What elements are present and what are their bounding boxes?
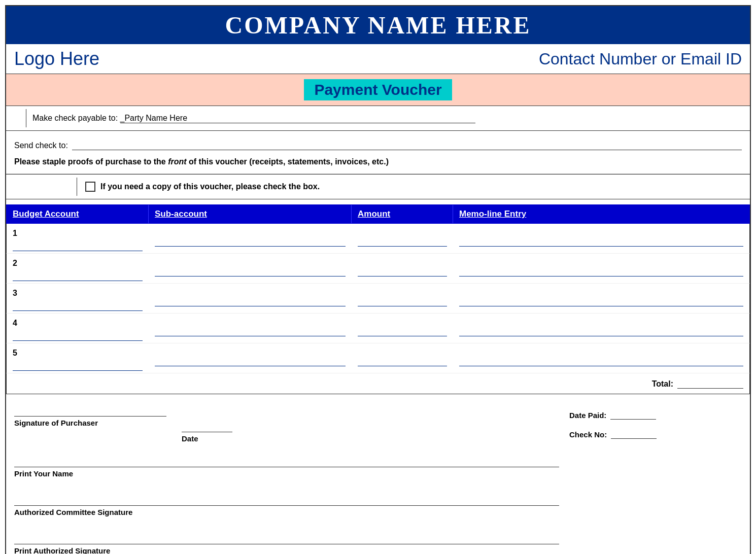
row5-memo-line[interactable] bbox=[459, 355, 743, 366]
row3-budget: 3 bbox=[7, 284, 149, 313]
send-check-section: Send check to: Please staple proofs of p… bbox=[6, 131, 750, 174]
row4-amount bbox=[352, 318, 453, 338]
checkbox-content: If you need a copy of this voucher, plea… bbox=[77, 180, 328, 194]
row4-num: 4 bbox=[13, 319, 17, 327]
row4-sub bbox=[149, 318, 352, 338]
date-field: Date bbox=[182, 420, 232, 443]
date-paid-label: Date Paid: bbox=[569, 411, 606, 420]
row3-amount-line[interactable] bbox=[358, 295, 447, 306]
th-budget-account: Budget Account bbox=[7, 205, 149, 223]
table-row: 5 bbox=[6, 343, 750, 373]
check-payable-content: Make check payable to: _Party Name Here bbox=[26, 112, 750, 125]
row2-budget-line[interactable] bbox=[13, 270, 143, 281]
voucher-title: Payment Voucher bbox=[314, 81, 441, 98]
voucher-title-row: Payment Voucher bbox=[6, 74, 750, 106]
row4-budget-line[interactable] bbox=[13, 330, 143, 341]
checkbox-text: If you need a copy of this voucher, plea… bbox=[100, 182, 320, 191]
left-border-2 bbox=[6, 178, 77, 196]
logo-text: Logo Here bbox=[14, 48, 99, 70]
row5-amount-line[interactable] bbox=[358, 355, 447, 366]
signatures-section: Signature of Purchaser Date Print Your N… bbox=[6, 394, 750, 554]
row2-num: 2 bbox=[13, 259, 17, 267]
sig-purchaser-block: Signature of Purchaser bbox=[14, 404, 166, 428]
print-auth-line[interactable] bbox=[14, 532, 559, 544]
row2-sub bbox=[149, 258, 352, 279]
row5-budget: 5 bbox=[7, 343, 149, 373]
row3-memo-line[interactable] bbox=[459, 295, 743, 306]
row5-sub-line[interactable] bbox=[155, 355, 346, 366]
row3-budget-line[interactable] bbox=[13, 300, 143, 311]
date-paid-row: Date Paid: bbox=[569, 409, 742, 420]
row2-memo-line[interactable] bbox=[459, 265, 743, 276]
check-no-row: Check No: bbox=[569, 429, 742, 439]
staple-note: Please staple proofs of purchase to the … bbox=[14, 155, 742, 168]
print-name-line[interactable] bbox=[14, 455, 559, 467]
row3-sub bbox=[149, 288, 352, 308]
check-payable-label: Make check payable to: bbox=[32, 114, 118, 122]
date-label: Date bbox=[182, 434, 198, 443]
row4-memo-line[interactable] bbox=[459, 325, 743, 336]
row4-memo bbox=[453, 318, 749, 338]
voucher-title-inner: Payment Voucher bbox=[304, 79, 452, 100]
row1-budget-line[interactable] bbox=[13, 240, 143, 251]
row1-sub-line[interactable] bbox=[155, 235, 346, 247]
contact-text: Contact Number or Email ID bbox=[539, 50, 742, 68]
total-row: Total: bbox=[6, 373, 750, 394]
total-amount-line[interactable] bbox=[677, 378, 743, 389]
row1-memo-line[interactable] bbox=[459, 235, 743, 247]
table-row: 3 bbox=[6, 284, 750, 314]
sig-left: Signature of Purchaser Date Print Your N… bbox=[14, 404, 559, 554]
checkbox-row: If you need a copy of this voucher, plea… bbox=[6, 174, 750, 199]
row1-memo bbox=[453, 228, 749, 249]
th-subaccount: Sub-account bbox=[149, 205, 352, 223]
row4-budget: 4 bbox=[7, 314, 149, 343]
table-header: Budget Account Sub-account Amount Memo-l… bbox=[6, 204, 750, 224]
send-check-line: Send check to: bbox=[14, 140, 742, 150]
table-row: 4 bbox=[6, 314, 750, 343]
row1-budget: 1 bbox=[7, 224, 149, 253]
header-title-bar: COMPANY NAME HERE bbox=[6, 6, 750, 44]
row4-sub-line[interactable] bbox=[155, 325, 346, 336]
row2-amount bbox=[352, 258, 453, 279]
row1-amount bbox=[352, 228, 453, 249]
row5-budget-line[interactable] bbox=[13, 360, 143, 371]
row2-sub-line[interactable] bbox=[155, 265, 346, 276]
row5-sub bbox=[149, 348, 352, 368]
staple-italic: front bbox=[168, 157, 186, 166]
row5-amount bbox=[352, 348, 453, 368]
checkbox-icon[interactable] bbox=[85, 182, 95, 192]
check-no-line[interactable] bbox=[611, 429, 657, 439]
table-section: Budget Account Sub-account Amount Memo-l… bbox=[6, 204, 750, 394]
row2-amount-line[interactable] bbox=[358, 265, 447, 276]
sig-purchaser-label: Signature of Purchaser bbox=[14, 419, 98, 427]
total-label: Total: bbox=[652, 379, 673, 389]
row1-num: 1 bbox=[13, 229, 17, 237]
check-no-label: Check No: bbox=[569, 430, 607, 439]
date-line[interactable] bbox=[182, 420, 232, 432]
row1-amount-line[interactable] bbox=[358, 235, 447, 247]
date-paid-line[interactable] bbox=[610, 409, 656, 420]
auth-sig-line[interactable] bbox=[14, 494, 559, 506]
auth-sig-block: Authorized Committee Signature bbox=[14, 494, 559, 517]
send-check-label: Send check to: bbox=[14, 141, 68, 150]
th-amount: Amount bbox=[352, 205, 453, 223]
party-name: _Party Name Here bbox=[120, 114, 475, 123]
sig-purchaser-row: Signature of Purchaser Date bbox=[14, 404, 559, 443]
row3-amount bbox=[352, 288, 453, 308]
row3-memo bbox=[453, 288, 749, 308]
left-border-1 bbox=[6, 109, 26, 127]
auth-sig-label: Authorized Committee Signature bbox=[14, 508, 132, 516]
form-wrapper: COMPANY NAME HERE Logo Here Contact Numb… bbox=[5, 5, 751, 554]
sig-purchaser-line[interactable] bbox=[14, 404, 166, 417]
print-auth-block: Print Authorized Signature bbox=[14, 532, 559, 554]
row3-sub-line[interactable] bbox=[155, 295, 346, 306]
logo-contact-row: Logo Here Contact Number or Email ID bbox=[6, 44, 750, 74]
print-name-label: Print Your Name bbox=[14, 469, 73, 478]
row4-amount-line[interactable] bbox=[358, 325, 447, 336]
staple-text-after: of this voucher (receipts, statements, i… bbox=[187, 157, 389, 166]
print-auth-label: Print Authorized Signature bbox=[14, 546, 110, 554]
send-check-underline bbox=[72, 140, 742, 150]
print-name-block: Print Your Name bbox=[14, 455, 559, 478]
company-name: COMPANY NAME HERE bbox=[225, 12, 531, 39]
paid-check-block: Date Paid: Check No: bbox=[569, 409, 742, 439]
